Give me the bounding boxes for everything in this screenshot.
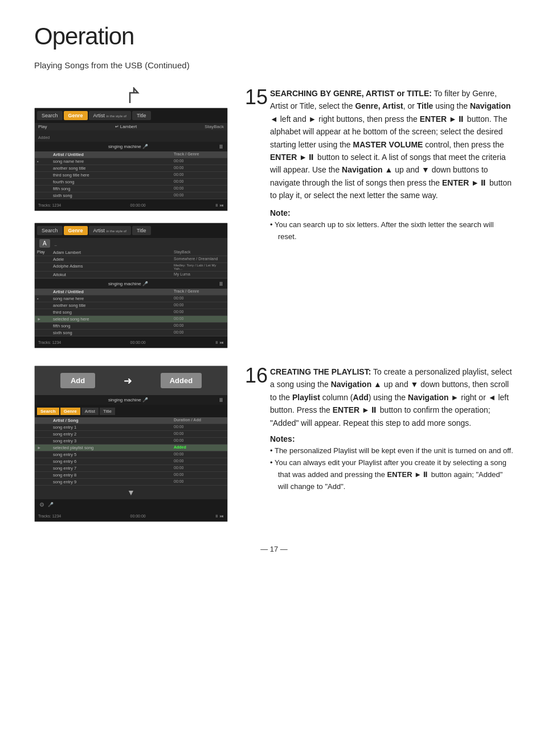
step-15-block: 15 SEARCHING BY GENRE, ARTIST or TITLE: … xyxy=(245,87,514,243)
table-row: third song title here00:00 xyxy=(35,172,227,179)
playlist-row: song entry 600:00 xyxy=(35,458,227,465)
table-row: sixth song00:00 xyxy=(35,330,227,336)
step-16-notes: Notes: The personalized Playlist will be… xyxy=(270,433,514,493)
notes-16-title: Notes: xyxy=(270,433,514,445)
step-16-content: CREATING THE PLAYLIST: To create a perso… xyxy=(270,365,514,493)
tab-search: Search xyxy=(37,111,63,120)
np-controls: ⏸ xyxy=(218,143,224,150)
step-15-note: Note: You can search up to six letters. … xyxy=(270,207,514,243)
pl-time: 00:00:00 xyxy=(130,514,146,518)
mic-icon: 🎤 xyxy=(48,502,54,507)
now-playing-bar-2: singing machine 🎤 ⏸ xyxy=(35,279,227,289)
mockup-1-tabs: Search Genre Artist in the style of Titl… xyxy=(35,108,227,123)
playlist-row: song entry 100:00 xyxy=(35,424,227,431)
step-15-number: 15 xyxy=(245,87,263,108)
arrow-right-icon: ➜ xyxy=(124,375,132,387)
step-16-number: 16 xyxy=(245,365,263,386)
ptab-genre: Genre xyxy=(60,408,80,415)
ptab-artist: Artist xyxy=(81,408,99,415)
artist-row: Adolphe Adams Medley: Tony / Labi / Let … xyxy=(35,263,227,272)
np-song-2: singing machine 🎤 xyxy=(108,281,148,286)
table-row: another song title00:00 xyxy=(35,302,227,309)
page-title: Operation xyxy=(34,23,514,50)
pl-status: ⏸ ⏭ xyxy=(215,514,224,518)
note-15-item: You can search up to six letters. After … xyxy=(270,219,514,243)
table-header: Artist / Untitled Track / Genre xyxy=(35,151,227,158)
table-row: fifth song00:00 xyxy=(35,186,227,192)
page-footer: — 17 — xyxy=(34,545,514,553)
playlist-tabs: Search Genre Artist Title xyxy=(35,405,227,417)
pl-track-count: Tracks: 1234 xyxy=(38,514,61,518)
m2-tab-artist: Artist in the style of xyxy=(89,226,131,235)
np-song: singing machine 🎤 xyxy=(108,144,148,149)
artist-row: Play Adam Lambert StayBack xyxy=(35,249,227,256)
playlist-row: song entry 300:00 xyxy=(35,438,227,445)
zigzag-arrow-icon xyxy=(114,87,148,104)
mockup-2: Search Genre Artist in the style of Titl… xyxy=(34,223,228,348)
settings-icon: ⚙ xyxy=(39,502,44,508)
main-layout: Search Genre Artist in the style of Titl… xyxy=(34,87,514,348)
table-row: •song name here00:00 xyxy=(35,158,227,165)
table-row: another song title00:00 xyxy=(35,165,227,172)
m2-tab-search: Search xyxy=(37,226,63,235)
status-icon-2: ⏸ ⏭ xyxy=(215,340,224,344)
playlist-np-song: singing machine 🎤 xyxy=(108,397,148,402)
tab-genre: Genre xyxy=(64,111,88,120)
section-two: Add ➜ Added singing machine 🎤 ⏸ Search G… xyxy=(34,365,514,522)
status-icon: ⏸ ⏭ xyxy=(215,203,224,207)
step-16-heading: CREATING THE PLAYLIST: xyxy=(270,367,371,376)
mockup-1-container: Search Genre Artist in the style of Titl… xyxy=(34,87,228,211)
step-15-heading: SEARCHING BY GENRE, ARTIST or TITLE: xyxy=(270,89,432,98)
track-count: Tracks: 1234 xyxy=(38,203,61,207)
artist-row: Aitokut My Luma xyxy=(35,272,227,278)
np-ctrl-2: ⏸ xyxy=(218,281,224,287)
mockup-2-tabs: Search Genre Artist in the style of Titl… xyxy=(35,223,227,238)
playlist-row-selected: ►selected playlist songAdded xyxy=(35,445,227,451)
table-row: sixth song00:00 xyxy=(35,192,227,199)
added-button-display: Added xyxy=(161,373,202,388)
artist-row: Adele Somewhere / Dreamland xyxy=(35,256,227,263)
note-15-title: Note: xyxy=(270,207,514,219)
now-playing-bar: singing machine 🎤 ⏸ xyxy=(35,142,227,151)
track-count-2: Tracks: 1234 xyxy=(38,340,61,344)
playlist-table-header: Artist / SongDuration / Add xyxy=(35,417,227,424)
play-time-2: 00:00:00 xyxy=(130,340,146,344)
m2-tab-genre: Genre xyxy=(64,226,88,235)
playlist-now-playing: singing machine 🎤 ⏸ xyxy=(35,395,227,405)
add-button-display: Add xyxy=(60,373,95,388)
ptab-search: Search xyxy=(37,408,59,415)
add-section-right: 16 CREATING THE PLAYLIST: To create a pe… xyxy=(245,365,514,522)
tab-artist: Artist in the style of xyxy=(89,111,131,120)
playlist-row: song entry 700:00 xyxy=(35,465,227,472)
table-header-2: Artist / Untitled Track / Genre xyxy=(35,289,227,295)
mockup-2-footer: Tracks: 1234 00:00:00 ⏸ ⏭ xyxy=(35,336,227,348)
step-16-block: 16 CREATING THE PLAYLIST: To create a pe… xyxy=(245,365,514,493)
tab-title: Title xyxy=(132,111,151,120)
ptab-title: Title xyxy=(100,408,115,415)
playlist-row: song entry 500:00 xyxy=(35,451,227,458)
add-section-left: Add ➜ Added singing machine 🎤 ⏸ Search G… xyxy=(34,365,228,522)
m2-tab-title: Title xyxy=(132,226,151,235)
play-time: 00:00:00 xyxy=(130,203,146,207)
step-15-content: SEARCHING BY GENRE, ARTIST or TITLE: To … xyxy=(270,87,514,243)
playlist-np-ctrl: ⏸ xyxy=(218,397,224,403)
note-16-item2: You can always edit your Playlist after … xyxy=(270,457,514,492)
table-row: third song00:00 xyxy=(35,309,227,316)
left-screenshots: Search Genre Artist in the style of Titl… xyxy=(34,87,228,348)
playlist-footer: Tracks: 1234 00:00:00 ⏸ ⏭ xyxy=(35,510,227,521)
table-row: fourth song00:00 xyxy=(35,179,227,186)
mockup-footer: Tracks: 1234 00:00:00 ⏸ ⏭ xyxy=(35,199,227,211)
playlist-row: song entry 900:00 xyxy=(35,479,227,486)
mockup-1: Search Genre Artist in the style of Titl… xyxy=(34,108,228,211)
right-text: 15 SEARCHING BY GENRE, ARTIST or TITLE: … xyxy=(245,87,514,348)
add-added-banner: Add ➜ Added xyxy=(35,366,227,395)
scroll-down-icon: ▼ xyxy=(127,488,135,497)
table-row: fifth song00:00 xyxy=(35,323,227,330)
add-added-mockup: Add ➜ Added singing machine 🎤 ⏸ Search G… xyxy=(34,365,228,522)
playlist-row: song entry 800:00 xyxy=(35,472,227,479)
table-row-selected: ►selected song here00:00 xyxy=(35,316,227,323)
page-subtitle: Playing Songs from the USB (Continued) xyxy=(34,60,514,70)
table-row: •song name here00:00 xyxy=(35,295,227,302)
note-16-item1: The personalized Playlist will be kept e… xyxy=(270,445,514,457)
playlist-row: song entry 200:00 xyxy=(35,431,227,438)
